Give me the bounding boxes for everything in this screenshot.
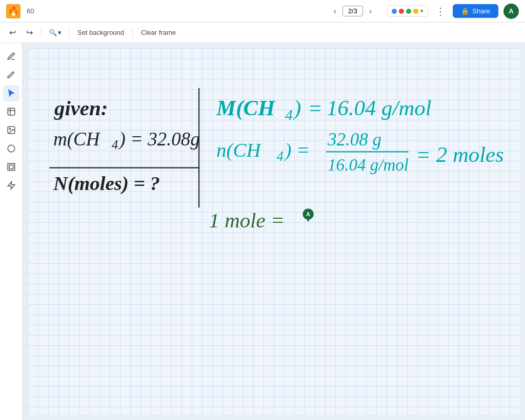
svg-text:n(CH: n(CH <box>216 139 261 161</box>
svg-text:given:: given: <box>54 97 108 120</box>
svg-text:): ) <box>292 96 301 120</box>
google-caret: ▾ <box>420 8 423 14</box>
toolbar-divider-1 <box>41 28 42 38</box>
svg-text:m(CH: m(CH <box>53 129 101 150</box>
prev-page-button[interactable]: ‹ <box>331 5 339 18</box>
set-background-button[interactable]: Set background <box>73 27 128 38</box>
svg-text:4: 4 <box>112 137 118 152</box>
google-red-dot <box>399 9 404 14</box>
toolbar-divider-3 <box>132 28 133 38</box>
cursor-tool-button[interactable] <box>3 85 19 101</box>
toolbar: ↩ ↪ 🔍 ▾ Set background Clear frame <box>0 23 525 43</box>
google-yellow-dot <box>413 9 418 14</box>
app-logo: 🔥 <box>6 4 21 18</box>
google-green-dot <box>406 9 411 14</box>
share-button[interactable]: 🔒 Share <box>453 4 498 18</box>
google-blue-dot <box>392 9 397 14</box>
right-actions: ▾ ⋮ 🔒 Share A <box>387 3 519 19</box>
toolbar-divider-2 <box>69 28 69 38</box>
nav-area: ‹ 2/3 › <box>331 5 375 18</box>
svg-rect-0 <box>8 108 15 115</box>
svg-text:) = 32.08g: ) = 32.08g <box>118 129 199 150</box>
svg-point-3 <box>8 145 15 152</box>
page-indicator[interactable]: 2/3 <box>342 6 363 16</box>
frame-tool-button[interactable] <box>3 159 19 175</box>
sticky-note-tool-button[interactable] <box>3 103 19 120</box>
svg-text:) =: ) = <box>284 139 310 161</box>
main-area: given: m(CH 4 ) = 32.08g N(moles) = ? M(… <box>0 43 525 420</box>
handwriting-layer: given: m(CH 4 ) = 32.08g N(moles) = ? M(… <box>28 48 520 415</box>
canvas-area[interactable]: given: m(CH 4 ) = 32.08g N(moles) = ? M(… <box>23 43 525 420</box>
google-services-button[interactable]: ▾ <box>387 5 428 17</box>
left-tool-sidebar <box>0 43 23 420</box>
marker-tool-button[interactable] <box>3 67 19 83</box>
zoom-control[interactable]: 🔍 ▾ <box>46 27 65 38</box>
redo-button[interactable]: ↪ <box>22 26 37 39</box>
svg-text:32.08 g: 32.08 g <box>327 130 381 150</box>
svg-text:1 mole =: 1 mole = <box>209 209 285 232</box>
page-count: 60 <box>27 7 34 15</box>
svg-text:= 2 moles: = 2 moles <box>416 142 504 166</box>
svg-text:N(moles) = ?: N(moles) = ? <box>53 172 160 195</box>
undo-button[interactable]: ↩ <box>5 26 20 39</box>
zoom-icon: 🔍 <box>49 29 57 36</box>
svg-text:M(CH: M(CH <box>216 96 276 120</box>
clear-frame-button[interactable]: Clear frame <box>137 27 180 38</box>
svg-text:A: A <box>306 211 310 217</box>
zoom-caret: ▾ <box>58 29 62 36</box>
lock-icon: 🔒 <box>461 7 469 15</box>
more-options-button[interactable]: ⋮ <box>433 3 448 19</box>
pen-tool-button[interactable] <box>3 48 19 65</box>
top-bar: 🔥 60 ‹ 2/3 › ▾ ⋮ 🔒 Share A <box>0 0 525 23</box>
svg-text:4: 4 <box>285 107 293 123</box>
svg-text:4: 4 <box>277 149 284 164</box>
image-tool-button[interactable] <box>3 122 19 138</box>
share-label: Share <box>472 7 490 15</box>
shape-tool-button[interactable] <box>3 140 19 157</box>
svg-rect-4 <box>8 163 15 171</box>
laser-tool-button[interactable] <box>3 177 19 194</box>
svg-text:16.04 g/mol: 16.04 g/mol <box>328 156 409 174</box>
user-avatar[interactable]: A <box>503 4 519 19</box>
next-page-button[interactable]: › <box>366 5 375 18</box>
svg-marker-28 <box>306 218 310 222</box>
svg-rect-5 <box>9 165 13 169</box>
svg-text:=: = <box>308 96 322 120</box>
svg-text:16.04 g/mol: 16.04 g/mol <box>327 96 431 120</box>
whiteboard: given: m(CH 4 ) = 32.08g N(moles) = ? M(… <box>28 48 520 415</box>
svg-point-2 <box>9 128 10 129</box>
